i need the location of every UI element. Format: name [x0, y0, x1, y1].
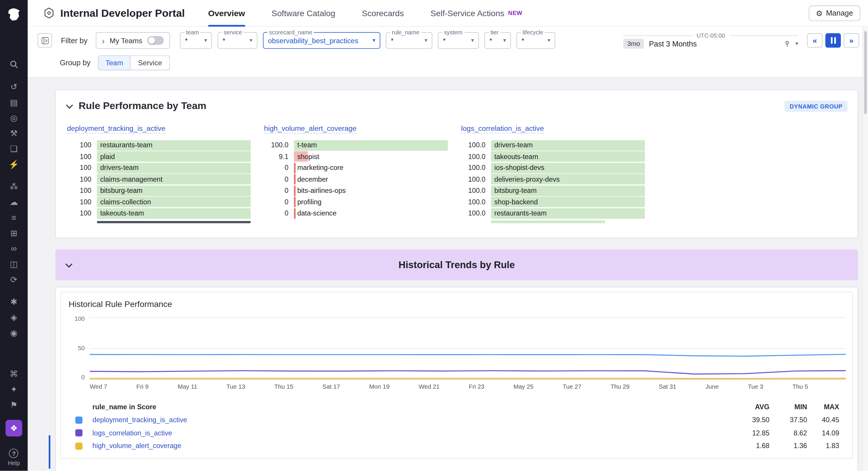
team-cell[interactable]: drivers-team [97, 163, 251, 173]
filter-scorecard_name[interactable]: scorecard_nameobservability_best_practic… [263, 32, 380, 49]
my-teams-toggle[interactable] [147, 36, 164, 45]
rule-name-link[interactable]: high_volume_alert_coverage [264, 124, 357, 134]
time-backward-button[interactable]: « [807, 33, 823, 48]
table-row: 0bits-airlines-ops [264, 185, 448, 197]
x-axis-label: Tue 3 [748, 383, 763, 392]
tab-software-catalog[interactable]: Software Catalog [272, 0, 335, 26]
synthetics-icon[interactable]: ◉ [6, 325, 22, 340]
cloud-icon[interactable]: ☁ [6, 194, 22, 209]
table-row: 100.0deliveries-proxy-devs [461, 174, 645, 185]
legend-color-chip[interactable] [75, 429, 82, 436]
table-row: 100plaid [67, 151, 251, 162]
datadog-logo[interactable] [6, 6, 22, 22]
security-icon[interactable]: ◈ [6, 309, 22, 325]
history-icon[interactable]: ↺ [6, 79, 22, 94]
error-tracking-icon[interactable]: ✱ [6, 293, 22, 309]
team-cell[interactable]: t-team [294, 140, 448, 150]
watchdog-icon[interactable]: ◎ [6, 110, 22, 125]
filter-system[interactable]: system*▾ [438, 32, 479, 49]
panel-expand-icon [41, 37, 48, 44]
chevron-down-icon[interactable]: ▾ [796, 41, 798, 47]
legend-color-chip[interactable] [75, 442, 82, 449]
apm-icon[interactable]: ∞ [6, 240, 22, 256]
notifications-icon[interactable]: ⚑ [6, 396, 22, 412]
team-cell[interactable]: marketing-core [294, 163, 448, 173]
chart-plot-area[interactable] [90, 315, 846, 380]
developer-portal-active-icon[interactable]: ❖ [6, 420, 22, 437]
ai-assistant-icon[interactable]: ✦ [6, 381, 22, 396]
expand-panel-button[interactable] [38, 33, 52, 48]
tab-self-service-actions[interactable]: Self-Service ActionsNEW [431, 0, 522, 26]
team-cell[interactable]: restaurants-team [97, 140, 251, 150]
chevron-right-icon: › [102, 36, 104, 45]
metrics-icon[interactable]: ▤ [6, 94, 22, 110]
groupby-team[interactable]: Team [98, 55, 131, 70]
team-cell[interactable]: shop-backend [491, 197, 645, 207]
ci-pipelines-icon[interactable]: ⟳ [6, 271, 22, 287]
scrollbar-thumb[interactable] [864, 31, 867, 114]
manage-button[interactable]: ⚙ Manage [809, 5, 860, 21]
legend-rule-link[interactable]: logs_correlation_is_active [93, 429, 725, 437]
dog-logo-icon [6, 6, 22, 22]
apps-icon[interactable]: ⊞ [6, 225, 22, 240]
team-cell[interactable]: bitsburg-team [491, 185, 645, 196]
team-cell[interactable]: bits-airlines-ops [294, 185, 448, 196]
groupby-service[interactable]: Service [131, 55, 170, 70]
collapse-chevron-icon[interactable] [66, 102, 73, 109]
team-cell[interactable]: shopist [294, 151, 448, 162]
team-cell[interactable]: drivers-team [491, 140, 645, 150]
team-cell[interactable]: deliveries-proxy-devs [491, 174, 645, 185]
table-row: 100.0t-team [264, 140, 448, 151]
x-axis-label: Wed 7 [90, 383, 107, 392]
avg-value: 12.85 [725, 429, 770, 437]
filter-lifecycle[interactable]: lifecycle*▾ [517, 32, 555, 49]
filter-rule_name[interactable]: rule_name*▾ [386, 32, 432, 49]
min-value: 8.62 [770, 429, 807, 437]
x-axis-label: May 11 [178, 383, 197, 392]
infrastructure-icon[interactable]: ❏ [6, 141, 22, 156]
filter-field-label: tier [489, 29, 500, 36]
events-icon[interactable]: ⚡ [6, 156, 22, 172]
legend-rule-link[interactable]: deployment_tracking_is_active [93, 416, 725, 424]
filter-field-label: system [442, 29, 464, 36]
sidebar: ↺▤◎⚒❏⚡⁂☁≡⊞∞◫⟳✱◈◉⌘✦⚑ ❖ ? Help [0, 0, 28, 471]
team-cell[interactable]: takeouts-team [491, 151, 645, 162]
time-range-control[interactable]: UTC-05:00 3mo Past 3 Months ▾ [623, 32, 798, 49]
filter-tier[interactable]: tier*▾ [484, 32, 511, 49]
pause-button[interactable] [826, 33, 841, 48]
team-cell[interactable]: claims-collection [97, 197, 251, 207]
team-cell[interactable]: plaid [97, 151, 251, 162]
search-icon[interactable] [6, 56, 22, 72]
filter-team[interactable]: team*▾ [180, 32, 212, 49]
min-value: 37.50 [770, 416, 807, 424]
tab-scorecards[interactable]: Scorecards [362, 0, 404, 26]
service-map-icon[interactable]: ⁂ [6, 178, 22, 194]
team-cell[interactable]: ios-shopist-devs [491, 163, 645, 173]
team-cell[interactable]: takeouts-team [97, 208, 251, 219]
help-icon[interactable]: ? [9, 449, 19, 458]
rule-name-link[interactable]: logs_correlation_is_active [461, 124, 544, 134]
pin-icon[interactable] [784, 40, 791, 47]
toolbox-icon[interactable]: ⚒ [6, 125, 22, 141]
team-cell[interactable]: restaurants-team [491, 208, 645, 219]
x-axis-label: Tue 27 [563, 383, 582, 392]
team-cell[interactable]: profiling [294, 197, 448, 207]
legend-rule-link[interactable]: high_volume_alert_coverage [93, 442, 725, 450]
team-cell[interactable]: bitsburg-team [97, 185, 251, 196]
rule-name-link[interactable]: deployment_tracking_is_active [67, 124, 165, 134]
gear-icon: ⚙ [816, 8, 823, 17]
filter-service[interactable]: service*▾ [217, 32, 257, 49]
horizontal-scrollbar-thumb[interactable] [97, 221, 251, 223]
software-catalog-icon[interactable]: ◫ [6, 256, 22, 271]
logs-icon[interactable]: ≡ [6, 209, 22, 225]
time-forward-button[interactable]: » [844, 33, 859, 48]
team-cell[interactable]: data-science [294, 208, 448, 219]
vertical-scrollbar[interactable] [862, 26, 868, 471]
team-cell[interactable]: claims-management [97, 174, 251, 185]
workflows-icon[interactable]: ⌘ [6, 365, 22, 381]
tab-overview[interactable]: Overview [208, 0, 245, 26]
score-value: 100 [67, 198, 91, 206]
team-cell[interactable]: december [294, 174, 448, 185]
legend-color-chip[interactable] [75, 416, 82, 423]
my-teams-filter[interactable]: › My Teams [96, 32, 170, 49]
